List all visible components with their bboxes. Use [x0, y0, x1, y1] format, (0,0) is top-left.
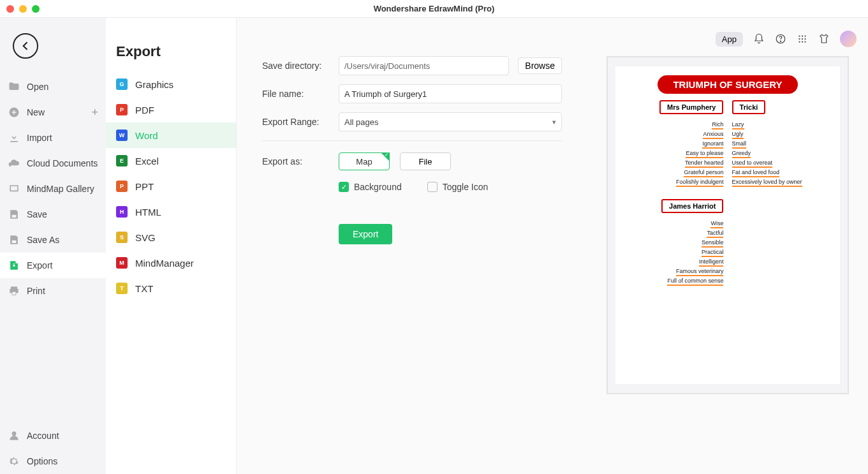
primary-sidebar: OpenNew+ImportCloud DocumentsMindMap Gal…	[0, 18, 106, 474]
mindmap-leaf: Tender hearted	[685, 159, 724, 168]
svg-rect-2	[11, 186, 17, 191]
file-type-icon: H	[116, 206, 128, 218]
sidebar-item-cloud-documents[interactable]: Cloud Documents	[0, 151, 106, 176]
minimize-window[interactable]	[19, 5, 27, 13]
mindmap-leaf: Easy to please	[686, 149, 723, 158]
export-format-label: Excel	[135, 156, 159, 167]
mindmap-node: James Harriot	[661, 199, 723, 213]
export-format-excel[interactable]: EExcel	[106, 148, 236, 174]
export-as-label: Export as:	[262, 156, 339, 167]
download-icon	[8, 131, 20, 144]
mindmap-leaf: Sensible	[702, 239, 724, 248]
mindmap-leaf: Fat and loved food	[732, 168, 780, 177]
svg-point-16	[802, 41, 803, 42]
sidebar-item-label: Account	[27, 431, 59, 441]
user-avatar[interactable]	[840, 31, 857, 47]
export-format-txt[interactable]: TTXT	[106, 276, 236, 301]
export-format-ppt[interactable]: PPPT	[106, 174, 236, 199]
sidebar-item-import[interactable]: Import	[0, 125, 106, 151]
export-format-label: TXT	[135, 283, 153, 294]
export-format-label: MindManager	[135, 258, 194, 269]
app-button[interactable]: App	[716, 32, 743, 47]
mindmap-leaf: Ugly	[732, 130, 744, 139]
svg-point-6	[12, 431, 17, 436]
export-as-file[interactable]: File	[400, 152, 451, 170]
export-format-label: PDF	[135, 105, 154, 115]
export-format-mindmanager[interactable]: MMindManager	[106, 250, 236, 276]
sidebar-item-save[interactable]: Save	[0, 202, 106, 227]
export-button[interactable]: Export	[339, 224, 392, 244]
mindmap-leaf: Foolishly indulgent	[676, 178, 724, 187]
mindmap-leaf: Tactful	[707, 229, 723, 238]
mindmap-leaf: Full of common sense	[667, 277, 723, 286]
mindmap-leaf: Intelligent	[699, 258, 724, 267]
svg-rect-5	[13, 292, 16, 295]
file-name-input[interactable]: A Triumph of Surgery1	[339, 84, 562, 103]
mindmap-leaf: Lazy	[732, 121, 744, 130]
svg-point-14	[804, 38, 805, 40]
mindmap-leaf: Grateful person	[684, 168, 723, 177]
gear-icon	[8, 455, 20, 468]
maximize-window[interactable]	[32, 5, 40, 13]
sidebar-item-account[interactable]: Account	[0, 423, 106, 448]
mindmap-node: Tricki	[732, 100, 766, 114]
mindmap-leaf: Small	[732, 140, 747, 149]
export-format-label: Word	[135, 130, 158, 141]
export-format-html[interactable]: HHTML	[106, 199, 236, 225]
toggle-icon-checkbox[interactable]: Toggle Icon	[427, 182, 489, 192]
mindmap-leaf: Wise	[710, 219, 723, 228]
file-type-icon: G	[116, 78, 128, 90]
mindmap-leaf: Greedy	[732, 149, 751, 158]
svg-point-11	[804, 35, 805, 36]
export-format-label: SVG	[135, 232, 156, 243]
sidebar-item-new[interactable]: New+	[0, 100, 106, 125]
export-format-svg[interactable]: SSVG	[106, 225, 236, 250]
sidebar-item-open[interactable]: Open	[0, 74, 106, 100]
mindmap-leaf: Ignorant	[702, 140, 723, 149]
titlebar: Wondershare EdrawMind (Pro)	[0, 0, 868, 18]
plus-icon[interactable]: +	[92, 106, 99, 119]
export-format-graphics[interactable]: GGraphics	[106, 71, 236, 97]
background-checkbox[interactable]: ✓Background	[339, 182, 402, 192]
export-format-label: PPT	[135, 181, 154, 192]
main-panel: App Save directory: /Users/viraj/Documen…	[237, 18, 868, 474]
svg-point-9	[798, 35, 800, 36]
sidebar-item-print[interactable]: Print	[0, 278, 106, 304]
export-as-map[interactable]: Map	[339, 152, 390, 170]
export-heading: Export	[106, 43, 236, 71]
mindmap-leaf: Excessively loved by owner	[732, 178, 802, 187]
save-as-icon	[8, 233, 20, 246]
mindmap-node: Mrs Pumphery	[659, 100, 723, 114]
file-name-label: File name:	[262, 89, 339, 99]
file-type-icon: M	[116, 257, 128, 269]
sidebar-item-options[interactable]: Options	[0, 448, 106, 474]
sidebar-item-label: Save As	[27, 235, 59, 245]
sidebar-item-export[interactable]: Export	[0, 253, 106, 278]
export-range-select[interactable]: All pages	[339, 112, 562, 131]
close-window[interactable]	[6, 5, 14, 13]
apps-icon[interactable]	[797, 33, 808, 45]
export-range-label: Export Range:	[262, 117, 339, 127]
file-type-icon: W	[116, 130, 128, 141]
file-type-icon: P	[116, 104, 128, 115]
save-icon	[8, 208, 20, 221]
bell-icon[interactable]	[753, 33, 765, 45]
export-format-label: Graphics	[135, 79, 173, 90]
sidebar-item-label: Save	[27, 209, 47, 219]
sidebar-item-label: Print	[27, 286, 45, 296]
mindmap-leaf: Used to overeat	[732, 159, 773, 168]
sidebar-item-save-as[interactable]: Save As	[0, 227, 106, 253]
sidebar-item-mindmap-gallery[interactable]: MindMap Gallery	[0, 176, 106, 202]
export-format-pdf[interactable]: PPDF	[106, 97, 236, 122]
help-icon[interactable]	[775, 33, 786, 45]
export-icon	[8, 259, 20, 272]
svg-point-10	[802, 35, 803, 36]
save-directory-input[interactable]: /Users/viraj/Documents	[339, 56, 509, 75]
shirt-icon[interactable]	[818, 33, 830, 45]
browse-button[interactable]: Browse	[518, 57, 562, 74]
back-button[interactable]	[13, 33, 38, 59]
export-format-word[interactable]: WWord	[106, 122, 236, 148]
file-type-icon: T	[116, 283, 128, 294]
sidebar-item-label: Open	[27, 82, 48, 92]
mindmap-leaf: Anxious	[703, 130, 723, 139]
